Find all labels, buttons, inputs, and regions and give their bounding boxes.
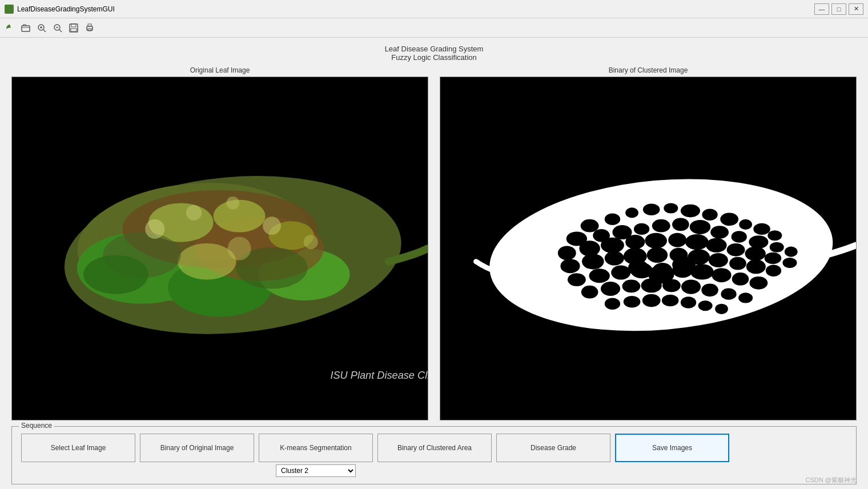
svg-point-43 — [681, 205, 700, 218]
toolbar-save-icon[interactable] — [66, 21, 81, 35]
toolbar — [0, 18, 868, 38]
cluster-select[interactable]: Cluster 2 Cluster 3 Cluster 4 — [276, 464, 356, 477]
toolbar-print-icon[interactable] — [82, 21, 97, 35]
svg-point-102 — [738, 292, 753, 303]
select-leaf-button[interactable]: Select Leaf Image — [21, 434, 135, 462]
svg-point-45 — [720, 213, 738, 226]
svg-point-25 — [178, 243, 236, 280]
svg-point-34 — [228, 237, 251, 260]
zoom-out-svg — [53, 23, 62, 33]
svg-point-107 — [681, 296, 696, 308]
disease-grade-wrap: Disease Grade — [496, 434, 610, 462]
sequence-buttons: Select Leaf Image Binary of Original Ima… — [21, 434, 847, 477]
original-leaf-canvas: ISU Plant Disease Clinic — [11, 77, 428, 420]
svg-point-100 — [701, 283, 718, 296]
title-bar: LeafDiseaseGradingSystemGUI — □ ✕ — [0, 0, 868, 18]
svg-point-110 — [648, 266, 674, 284]
svg-point-63 — [601, 238, 624, 253]
zoom-in-svg — [37, 23, 46, 33]
svg-point-53 — [652, 219, 670, 233]
svg-point-39 — [605, 214, 620, 225]
sequence-group: Sequence Select Leaf Image Binary of Ori… — [11, 426, 857, 484]
svg-point-101 — [721, 288, 736, 299]
svg-point-32 — [263, 217, 281, 235]
toolbar-leaf-icon[interactable] — [2, 21, 17, 35]
app-title: Leaf Disease Grading System Fuzzy Logic … — [0, 38, 868, 66]
svg-point-60 — [785, 247, 798, 257]
svg-rect-10 — [71, 29, 77, 31]
svg-point-27 — [83, 255, 148, 294]
svg-point-93 — [749, 276, 767, 290]
save-images-button[interactable]: Save Images — [615, 434, 729, 462]
open-svg — [21, 23, 30, 33]
svg-point-65 — [645, 233, 667, 248]
svg-point-77 — [647, 247, 668, 263]
binary-clustered-canvas — [440, 77, 857, 420]
toolbar-zoom-in-icon[interactable] — [34, 21, 49, 35]
svg-point-31 — [226, 197, 239, 210]
svg-point-96 — [622, 280, 641, 293]
svg-point-95 — [601, 282, 620, 296]
svg-point-103 — [605, 298, 620, 309]
window-title: LeafDiseaseGradingSystemGUI — [17, 5, 814, 13]
svg-point-38 — [581, 219, 599, 233]
svg-point-91 — [712, 268, 731, 282]
left-panel-label: Original Leaf Image — [11, 66, 428, 74]
svg-point-47 — [753, 223, 770, 235]
left-panel: Original Leaf Image — [11, 66, 428, 420]
svg-point-108 — [698, 300, 713, 311]
print-svg — [85, 23, 94, 33]
svg-point-82 — [746, 259, 766, 274]
svg-point-112 — [628, 260, 649, 275]
image-panels: Original Leaf Image — [0, 66, 868, 420]
svg-point-71 — [765, 252, 782, 264]
svg-point-61 — [558, 246, 576, 260]
svg-point-40 — [625, 207, 638, 218]
right-panel: Binary of Clustered Image — [440, 66, 857, 420]
kmeans-button[interactable]: K-means Segmentation — [259, 434, 373, 462]
svg-point-42 — [664, 203, 678, 213]
svg-point-83 — [766, 264, 781, 276]
binary-clustered-wrap: Binary of Clustered Area — [377, 434, 492, 462]
svg-point-55 — [690, 220, 710, 234]
bottom-section: Sequence Select Leaf Image Binary of Ori… — [0, 420, 868, 489]
svg-rect-0 — [22, 26, 30, 31]
svg-point-94 — [581, 286, 598, 299]
binary-original-wrap: Binary of Original Image — [140, 434, 254, 462]
svg-point-73 — [560, 259, 580, 273]
svg-point-64 — [625, 235, 645, 249]
svg-point-56 — [710, 226, 729, 239]
save-images-wrap: Save Images — [615, 434, 729, 462]
svg-point-86 — [611, 266, 630, 280]
close-button[interactable]: ✕ — [849, 3, 863, 15]
svg-point-46 — [739, 219, 752, 230]
toolbar-open-icon[interactable] — [18, 21, 33, 35]
binary-clustered-button[interactable]: Binary of Clustered Area — [377, 434, 492, 462]
svg-point-70 — [745, 247, 765, 261]
binary-original-button[interactable]: Binary of Original Image — [140, 434, 254, 462]
minimize-button[interactable]: — — [814, 3, 829, 15]
svg-point-41 — [643, 204, 660, 215]
maximize-button[interactable]: □ — [831, 3, 846, 15]
svg-point-67 — [685, 234, 709, 250]
kmeans-wrap: K-means Segmentation Cluster 2 Cluster 3… — [259, 434, 373, 477]
svg-point-80 — [709, 253, 728, 267]
svg-point-29 — [145, 219, 164, 239]
app-title-sub: Fuzzy Logic Classification — [0, 53, 868, 62]
svg-point-72 — [782, 258, 797, 268]
svg-point-69 — [727, 243, 745, 256]
svg-point-23 — [214, 200, 266, 233]
svg-point-54 — [672, 218, 689, 231]
svg-point-109 — [715, 304, 728, 314]
svg-point-66 — [668, 233, 686, 247]
svg-point-99 — [681, 280, 701, 294]
disease-grade-button[interactable]: Disease Grade — [496, 434, 610, 462]
toolbar-zoom-out-icon[interactable] — [50, 21, 65, 35]
svg-point-111 — [672, 256, 696, 274]
app-title-main: Leaf Disease Grading System — [0, 45, 868, 53]
svg-point-92 — [732, 272, 749, 286]
svg-point-74 — [582, 254, 604, 269]
window-controls: — □ ✕ — [814, 3, 863, 15]
svg-point-105 — [642, 294, 661, 307]
svg-point-48 — [767, 230, 782, 241]
